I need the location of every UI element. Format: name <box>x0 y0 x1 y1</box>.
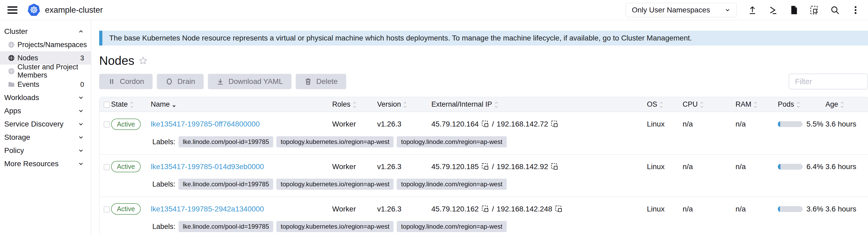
sort-icon <box>700 101 704 109</box>
column-header-version[interactable]: Version <box>377 97 431 112</box>
ip-separator: / <box>492 120 494 128</box>
column-header-pods[interactable]: Pods <box>778 97 826 112</box>
globe-icon <box>8 68 15 75</box>
trash-icon <box>304 78 312 86</box>
pods-percentage: 6.4% <box>806 163 823 171</box>
info-banner: The base Kubernetes Node resource repres… <box>99 31 868 46</box>
favorite-star-icon[interactable] <box>138 56 148 65</box>
chevron-down-icon <box>78 108 84 114</box>
select-all-checkbox[interactable] <box>104 101 110 108</box>
search-icon[interactable] <box>830 5 840 15</box>
copy-icon[interactable] <box>481 205 489 213</box>
kubeconfig-icon[interactable] <box>809 5 819 15</box>
copy-icon[interactable] <box>551 163 559 171</box>
row-checkbox[interactable] <box>104 121 110 127</box>
status-badge: Active <box>111 161 141 172</box>
column-header-age[interactable]: Age <box>826 97 868 112</box>
pods-progress-fill <box>778 121 780 127</box>
labels-chips: lke.linode.com/pool-id=199785topology.ku… <box>179 179 507 190</box>
sidebar-section-label: More Resources <box>4 159 58 168</box>
sidebar-section-policy[interactable]: Policy <box>0 144 91 157</box>
roles-value: Worker <box>332 197 377 221</box>
roles-value: Worker <box>332 112 377 136</box>
sidebar-section-storage[interactable]: Storage <box>0 131 91 144</box>
folder-icon <box>8 81 15 88</box>
internal-ip: 192.168.142.72 <box>497 120 548 128</box>
chevron-down-icon <box>78 160 84 167</box>
column-header-state[interactable]: State <box>111 97 151 112</box>
drain-button[interactable]: Drain <box>157 74 204 89</box>
ram-value: n/a <box>736 112 778 136</box>
pods-progress-bar <box>778 164 803 170</box>
sidebar-section-service-discovery[interactable]: Service Discovery <box>0 117 91 131</box>
kebab-menu-icon[interactable] <box>850 5 861 15</box>
sidebar-item-count: 0 <box>81 81 84 89</box>
sort-active-icon <box>172 101 176 109</box>
label-chip: topology.linode.com/region=ap-west <box>397 221 506 232</box>
sidebar-item-label: Events <box>18 81 39 89</box>
filter-input[interactable] <box>789 74 868 89</box>
column-header-os[interactable]: OS <box>647 97 683 112</box>
label-chip: topology.kubernetes.io/region=ap-west <box>276 221 394 232</box>
sidebar-item-cluster-and-project-members[interactable]: Cluster and Project Members <box>0 65 91 78</box>
pods-percentage: 3.6% <box>806 205 823 213</box>
sidebar-section-workloads[interactable]: Workloads <box>0 91 91 104</box>
sidebar-item-nodes[interactable]: Nodes 3 <box>0 51 91 65</box>
node-name-link[interactable]: lke135417-199785-2942a1340000 <box>151 205 264 213</box>
header-left: ☸ example-cluster <box>7 4 103 17</box>
nodes-table: State Name Roles Version External/Intern… <box>99 97 868 235</box>
cordon-button[interactable]: Cordon <box>99 74 153 89</box>
sidebar-section-more-resources[interactable]: More Resources <box>0 157 91 170</box>
column-header-ram[interactable]: RAM <box>736 97 778 112</box>
sidebar-item-events[interactable]: Events 0 <box>0 78 91 91</box>
node-labels-row: Labels: lke.linode.com/pool-id=199785top… <box>99 136 868 154</box>
chevron-down-icon <box>78 121 84 127</box>
sort-icon <box>753 101 757 109</box>
os-value: Linux <box>647 154 683 179</box>
labels-prefix: Labels: <box>152 180 175 188</box>
row-checkbox[interactable] <box>104 206 110 212</box>
sidebar-section-apps[interactable]: Apps <box>0 104 91 117</box>
upload-icon[interactable] <box>747 5 757 15</box>
label-chip: lke.linode.com/pool-id=199785 <box>179 221 273 232</box>
node-labels-row: Labels: lke.linode.com/pool-id=199785top… <box>99 221 868 235</box>
table-row: Active lke135417-199785-2942a1340000 Wor… <box>99 197 868 235</box>
sidebar-item-label: Nodes <box>18 54 38 62</box>
delete-button[interactable]: Delete <box>296 74 346 89</box>
chevron-up-icon <box>78 28 84 35</box>
download-yaml-button[interactable]: Download YAML <box>208 74 291 89</box>
version-value: v1.26.3 <box>377 112 431 136</box>
file-icon[interactable] <box>789 5 799 15</box>
namespace-filter-select[interactable]: Only User Namespaces <box>626 3 737 17</box>
age-value: 3.6 hours <box>826 154 868 179</box>
copy-icon[interactable] <box>551 120 559 128</box>
column-header-roles[interactable]: Roles <box>332 97 377 112</box>
node-name-link[interactable]: lke135417-199785-0ff764800000 <box>151 120 260 128</box>
column-header-external-internal-ip[interactable]: External/Internal IP <box>431 97 647 112</box>
sidebar-section-cluster[interactable]: Cluster <box>0 25 91 38</box>
column-header-cpu[interactable]: CPU <box>683 97 736 112</box>
row-checkbox[interactable] <box>104 164 110 170</box>
ram-value: n/a <box>736 197 778 221</box>
copy-icon[interactable] <box>481 120 489 128</box>
ip-separator: / <box>492 205 494 213</box>
chevron-down-icon <box>78 134 84 141</box>
internal-ip: 192.168.142.248 <box>497 205 552 213</box>
copy-icon[interactable] <box>555 205 563 213</box>
ram-value: n/a <box>736 154 778 179</box>
external-ip: 45.79.120.162 <box>431 205 479 213</box>
sidebar-item-projects-namespaces[interactable]: Projects/Namespaces <box>0 38 91 51</box>
labels-chips: lke.linode.com/pool-id=199785topology.ku… <box>179 136 507 147</box>
sidebar-section-label: Apps <box>4 107 21 115</box>
os-value: Linux <box>647 197 683 221</box>
kubectl-shell-icon[interactable] <box>768 5 778 15</box>
copy-icon[interactable] <box>481 163 489 171</box>
sidebar-item-label: Cluster and Project Members <box>18 63 84 79</box>
column-header-name[interactable]: Name <box>151 97 332 112</box>
ip-group: 45.79.120.164 / 192.168.142.72 <box>431 120 645 128</box>
drain-icon <box>165 78 173 86</box>
age-value: 3.6 hours <box>826 112 868 136</box>
node-name-link[interactable]: lke135417-199785-014d93eb0000 <box>151 163 264 171</box>
status-badge: Active <box>111 203 141 215</box>
hamburger-menu-icon[interactable] <box>7 6 18 14</box>
